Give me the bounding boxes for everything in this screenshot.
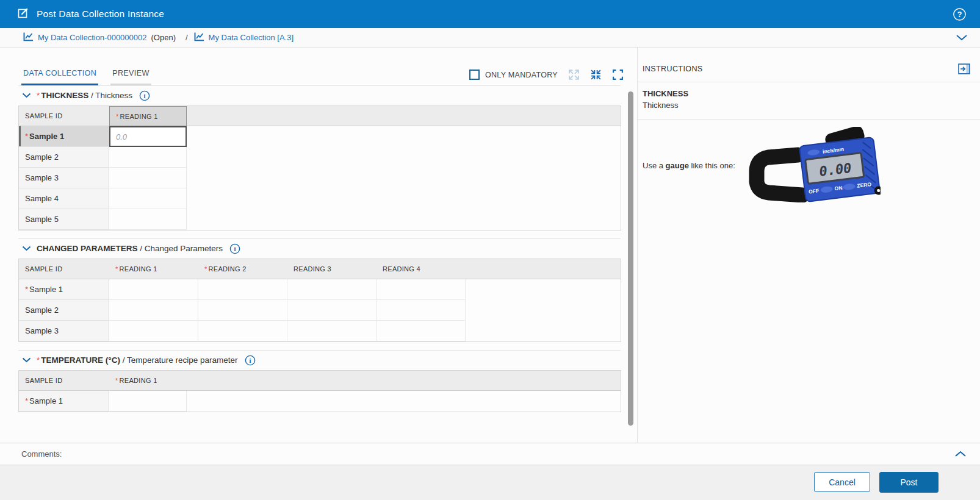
row-filler: [187, 209, 621, 230]
data-collection-table: SAMPLE ID*READING 1 *Sample 1: [18, 370, 621, 412]
column-header-reading-3[interactable]: READING 3: [287, 259, 377, 279]
instruction-parameter-name: THICKNESS: [643, 88, 975, 100]
tab-preview[interactable]: PREVIEW: [110, 69, 151, 85]
gauge-on-label: ON: [834, 184, 843, 191]
breadcrumb-link-instance[interactable]: My Data Collection-000000002: [38, 33, 147, 42]
breadcrumb-separator: /: [186, 33, 188, 42]
sample-id-cell[interactable]: Sample 4: [19, 188, 109, 209]
expand-all-icon[interactable]: [568, 69, 580, 80]
sample-id-cell[interactable]: Sample 5: [19, 209, 109, 230]
comments-collapse-chevron-icon[interactable]: [954, 451, 967, 457]
section-header: *THICKNESS / Thickness i: [18, 85, 621, 105]
row-filler: [187, 147, 621, 168]
reading-cell[interactable]: [109, 209, 187, 230]
reading-cell[interactable]: [109, 391, 187, 412]
table-row: *Sample 1: [19, 279, 621, 300]
footer: Cancel Post: [0, 465, 980, 500]
table-row: Sample 5: [19, 209, 621, 230]
reading-cell[interactable]: [109, 321, 198, 341]
reading-cell[interactable]: [109, 279, 198, 300]
reading-cell[interactable]: [109, 188, 187, 209]
tab-data-collection[interactable]: DATA COLLECTION: [21, 69, 98, 85]
svg-text:i: i: [234, 245, 236, 252]
row-filler: [466, 279, 621, 300]
section-collapse-chevron-icon[interactable]: [22, 93, 31, 98]
sample-id-cell[interactable]: *Sample 1: [19, 391, 109, 412]
table-header-row: SAMPLE ID*READING 1: [19, 371, 621, 391]
info-icon[interactable]: i: [139, 90, 150, 101]
table-row: *Sample 1: [19, 391, 621, 412]
info-icon[interactable]: i: [229, 243, 240, 254]
data-collection-chart-icon: [23, 32, 34, 43]
instructions-title: INSTRUCTIONS: [643, 65, 703, 73]
gauge-off-label: OFF: [808, 187, 819, 195]
column-header-sample-id[interactable]: SAMPLE ID: [19, 371, 109, 391]
collapse-all-icon[interactable]: [590, 69, 602, 80]
section-title: *THICKNESS / Thickness: [37, 91, 132, 100]
reading-cell[interactable]: [377, 300, 466, 321]
table-row: Sample 4: [19, 188, 621, 209]
reading-cell[interactable]: [287, 321, 377, 341]
help-icon[interactable]: ?: [953, 7, 967, 21]
reading-cell[interactable]: [109, 147, 187, 168]
post-data-collection-dialog: Post Data Collection Instance ? My Data …: [0, 0, 980, 500]
reading-cell[interactable]: [198, 300, 287, 321]
row-filler: [466, 321, 621, 341]
sample-id-cell[interactable]: *Sample 1: [19, 126, 109, 147]
dialog-body: DATA COLLECTION PREVIEW ONLY MANDATORY: [0, 48, 980, 443]
reading-cell[interactable]: [198, 279, 287, 300]
section-title: *TEMPERATURE (°C) / Temperature recipe p…: [37, 355, 238, 365]
breadcrumb-link-definition[interactable]: My Data Collection [A.3]: [209, 33, 294, 42]
fullscreen-icon[interactable]: [612, 69, 624, 80]
sample-id-cell[interactable]: Sample 2: [19, 147, 109, 168]
sample-id-cell[interactable]: *Sample 1: [19, 279, 109, 300]
sample-id-cell[interactable]: Sample 3: [19, 168, 109, 188]
column-header-reading-1[interactable]: *READING 1: [109, 259, 198, 279]
instruction-parameter-description: Thickness: [643, 100, 975, 112]
column-header-reading-1[interactable]: *READING 1: [109, 106, 187, 126]
section-collapse-chevron-icon[interactable]: [22, 246, 31, 251]
title-bar: Post Data Collection Instance ?: [0, 0, 980, 28]
column-header-reading-4[interactable]: READING 4: [377, 259, 466, 279]
column-header-filler: [187, 371, 621, 391]
reading-cell[interactable]: [109, 300, 198, 321]
column-header-sample-id[interactable]: SAMPLE ID: [19, 259, 109, 279]
only-mandatory-checkbox[interactable]: [469, 70, 480, 80]
required-marker: *: [37, 355, 40, 365]
reading-cell[interactable]: [198, 321, 287, 341]
column-header-sample-id[interactable]: SAMPLE ID: [19, 106, 109, 126]
page-title: Post Data Collection Instance: [37, 9, 164, 20]
hide-panel-icon[interactable]: [958, 63, 970, 74]
vertical-scrollbar[interactable]: [628, 91, 633, 426]
tab-bar: DATA COLLECTION PREVIEW: [21, 69, 151, 85]
svg-text:?: ?: [957, 10, 962, 19]
table-row: Sample 2: [19, 147, 621, 168]
column-header-filler: [466, 259, 621, 279]
only-mandatory-label: ONLY MANDATORY: [485, 71, 558, 79]
only-mandatory-checkbox-wrap[interactable]: ONLY MANDATORY: [469, 70, 558, 80]
post-button[interactable]: Post: [879, 472, 939, 493]
cancel-button[interactable]: Cancel: [814, 472, 870, 492]
reading-cell[interactable]: [377, 321, 466, 341]
data-collection-pane: DATA COLLECTION PREVIEW ONLY MANDATORY: [0, 48, 638, 443]
table-header-row: SAMPLE ID*READING 1*READING 2READING 3RE…: [19, 259, 621, 279]
required-marker: *: [37, 91, 40, 100]
row-filler: [187, 126, 621, 147]
svg-text:i: i: [144, 92, 146, 99]
reading-cell[interactable]: [109, 168, 187, 188]
sample-id-cell[interactable]: Sample 3: [19, 321, 109, 341]
reading-cell[interactable]: [287, 279, 377, 300]
header-collapse-chevron-icon[interactable]: [956, 34, 968, 41]
reading-cell[interactable]: [287, 300, 377, 321]
row-filler: [187, 188, 621, 209]
breadcrumb-item-definition[interactable]: My Data Collection [A.3]: [194, 32, 294, 43]
reading-cell[interactable]: [377, 279, 466, 300]
column-header-reading-2[interactable]: *READING 2: [198, 259, 287, 279]
breadcrumb-item-instance[interactable]: My Data Collection-000000002: [23, 32, 147, 43]
info-icon[interactable]: i: [245, 355, 256, 366]
table-row: Sample 3: [19, 321, 621, 341]
section-collapse-chevron-icon[interactable]: [22, 357, 31, 363]
column-header-reading-1[interactable]: *READING 1: [109, 371, 187, 391]
sample-id-cell[interactable]: Sample 2: [19, 300, 109, 321]
reading-cell[interactable]: 0.0: [109, 126, 187, 147]
